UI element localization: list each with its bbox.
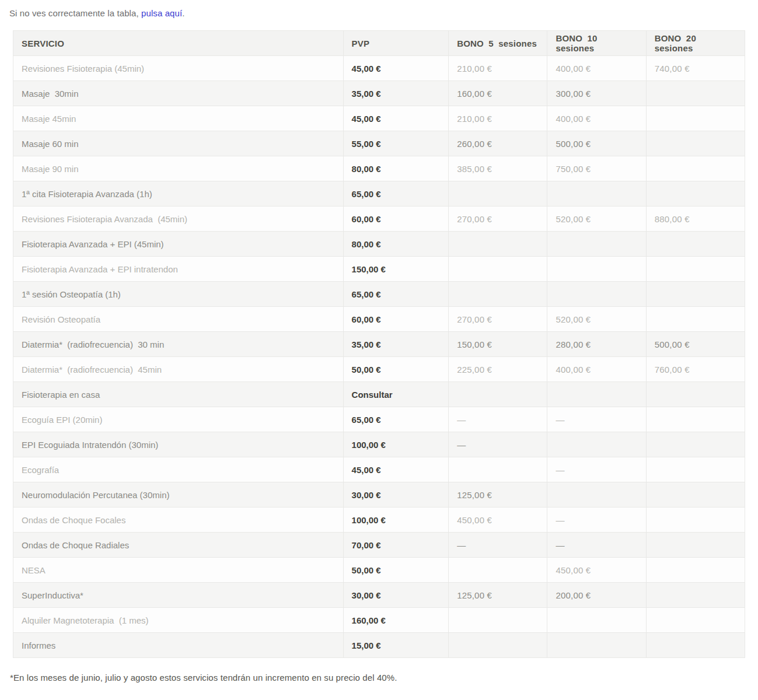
table-row: Revisión Osteopatía60,00 €270,00 €520,00… (13, 307, 745, 332)
bono5-cell: 385,00 € (449, 156, 547, 181)
table-row: 1ª sesión Osteopatía (1h)65,00 € (13, 282, 745, 307)
bono5-cell (449, 633, 547, 658)
intro-text-before: Si no ves correctamente la tabla, (9, 8, 141, 18)
pvp-cell: Consultar (343, 382, 449, 407)
bono5-cell (449, 608, 547, 633)
bono10-cell: 400,00 € (547, 357, 646, 382)
service-cell: SuperInductiva* (13, 583, 344, 608)
service-cell: Masaje 45min (13, 106, 344, 131)
bono5-cell (449, 558, 547, 583)
service-cell: Fisioterapia Avanzada + EPI (45min) (13, 232, 344, 257)
bono20-cell (646, 432, 745, 457)
table-row: NESA50,00 €450,00 € (13, 558, 745, 583)
pvp-cell: 60,00 € (343, 307, 449, 332)
service-cell: Fisioterapia en casa (13, 382, 344, 407)
bono20-cell (646, 257, 745, 282)
bono5-cell: 210,00 € (449, 106, 547, 131)
table-row: Fisioterapia Avanzada + EPI (45min)80,00… (13, 232, 745, 257)
service-cell: Revisiones Fisioterapia (45min) (13, 56, 344, 81)
table-row: Revisiones Fisioterapia Avanzada (45min)… (13, 206, 745, 232)
bono10-cell: 400,00 € (547, 56, 646, 81)
bono10-cell: 300,00 € (547, 81, 646, 106)
service-cell: Diatermia* (radiofrecuencia) 45min (13, 357, 344, 382)
pvp-cell: 160,00 € (343, 608, 449, 633)
bono5-cell: 125,00 € (449, 482, 547, 508)
bono5-cell: 450,00 € (449, 508, 547, 533)
bono5-cell: 160,00 € (449, 81, 547, 106)
bono5-cell (449, 257, 547, 282)
bono5-cell: 260,00 € (449, 131, 547, 156)
pvp-cell: 45,00 € (343, 56, 449, 81)
bono10-cell: 520,00 € (547, 307, 646, 332)
header-bono-5-sesiones: BONO 5 sesiones (449, 31, 547, 56)
bono10-cell (547, 482, 646, 508)
service-cell: 1ª cita Fisioterapia Avanzada (1h) (13, 181, 344, 206)
service-cell: Revisiones Fisioterapia Avanzada (45min) (13, 206, 344, 232)
pulsa-aqui-link[interactable]: pulsa aquí (141, 8, 182, 18)
pricing-table: SERVICIO PVP BONO 5 sesiones BONO 10 ses… (13, 30, 745, 658)
bono20-cell (646, 407, 745, 432)
bono20-cell (646, 608, 745, 633)
pvp-cell: 80,00 € (343, 232, 449, 257)
bono10-cell (547, 181, 646, 206)
bono20-cell (646, 482, 745, 508)
bono20-cell (646, 382, 745, 407)
bono20-cell (646, 106, 745, 131)
bono10-cell: 200,00 € (547, 583, 646, 608)
bono20-cell (646, 181, 745, 206)
service-cell: Masaje 90 min (13, 156, 344, 181)
header-servicio: SERVICIO (13, 31, 344, 56)
intro-text-after: . (182, 8, 184, 18)
bono10-cell: 280,00 € (547, 332, 646, 357)
bono20-cell (646, 282, 745, 307)
pvp-cell: 15,00 € (343, 633, 449, 658)
pvp-cell: 65,00 € (343, 181, 449, 206)
table-row: Alquiler Magnetoterapia (1 mes)160,00 € (13, 608, 745, 633)
pvp-cell: 45,00 € (343, 106, 449, 131)
bono10-cell: — (547, 407, 646, 432)
bono10-cell (547, 382, 646, 407)
service-cell: Ondas de Choque Focales (13, 508, 344, 533)
pvp-cell: 30,00 € (343, 583, 449, 608)
table-row: Diatermia* (radiofrecuencia) 30 min35,00… (13, 332, 745, 357)
pvp-cell: 100,00 € (343, 508, 449, 533)
table-header: SERVICIO PVP BONO 5 sesiones BONO 10 ses… (13, 31, 745, 56)
bono10-cell: — (547, 508, 646, 533)
bono20-cell: 880,00 € (646, 206, 745, 232)
pvp-cell: 80,00 € (343, 156, 449, 181)
bono5-cell: — (449, 407, 547, 432)
table-row: Masaje 30min35,00 €160,00 €300,00 € (13, 81, 745, 106)
pvp-cell: 35,00 € (343, 81, 449, 106)
service-cell: Ecoguía EPI (20min) (13, 407, 344, 432)
table-row: EPI Ecoguiada Intratendón (30min)100,00 … (13, 432, 745, 457)
service-cell: EPI Ecoguiada Intratendón (30min) (13, 432, 344, 457)
table-row: Revisiones Fisioterapia (45min)45,00 €21… (13, 56, 745, 81)
bono20-cell (646, 583, 745, 608)
bono10-cell: 750,00 € (547, 156, 646, 181)
bono10-cell: 400,00 € (547, 106, 646, 131)
bono5-cell: 125,00 € (449, 583, 547, 608)
service-cell: 1ª sesión Osteopatía (1h) (13, 282, 344, 307)
bono20-cell (646, 131, 745, 156)
bono20-cell (646, 232, 745, 257)
table-row: Informes15,00 € (13, 633, 745, 658)
pvp-cell: 100,00 € (343, 432, 449, 457)
page: Si no ves correctamente la tabla, pulsa … (0, 0, 758, 692)
service-cell: Alquiler Magnetoterapia (1 mes) (13, 608, 344, 633)
bono20-cell (646, 81, 745, 106)
bono20-cell (646, 508, 745, 533)
bono10-cell (547, 232, 646, 257)
bono20-cell: 500,00 € (646, 332, 745, 357)
pvp-cell: 50,00 € (343, 558, 449, 583)
service-cell: Fisioterapia Avanzada + EPI intratendon (13, 257, 344, 282)
table-row: Ecoguía EPI (20min)65,00 €—— (13, 407, 745, 432)
table-row: Ondas de Choque Focales100,00 €450,00 €— (13, 508, 745, 533)
bono5-cell: 210,00 € (449, 56, 547, 81)
service-cell: Diatermia* (radiofrecuencia) 30 min (13, 332, 344, 357)
bono5-cell: 270,00 € (449, 307, 547, 332)
bono20-cell (646, 558, 745, 583)
bono20-cell: 740,00 € (646, 56, 745, 81)
bono10-cell (547, 633, 646, 658)
bono10-cell: 500,00 € (547, 131, 646, 156)
bono10-cell: 520,00 € (547, 206, 646, 232)
